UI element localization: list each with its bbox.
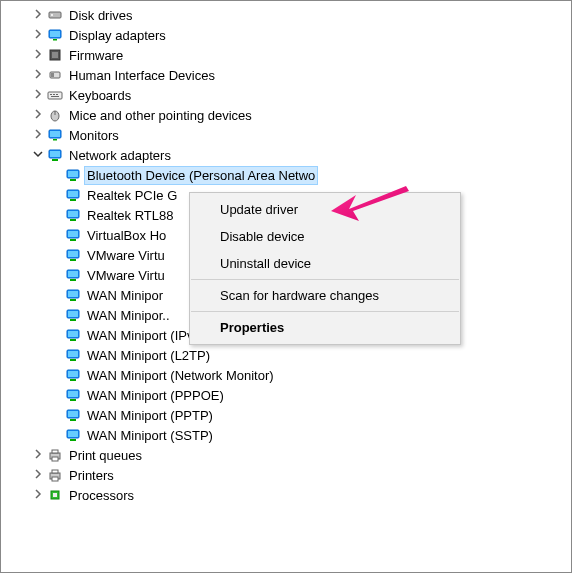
tree-label[interactable]: VMware Virtu: [85, 267, 167, 284]
menu-scan-hardware[interactable]: Scan for hardware changes: [190, 282, 460, 309]
tree-item-network-child[interactable]: WAN Miniport (Network Monitor): [11, 365, 571, 385]
svg-rect-21: [52, 159, 58, 161]
chevron-right-icon[interactable]: [31, 29, 45, 41]
monitor-icon: [47, 27, 63, 43]
chevron-right-icon[interactable]: [31, 69, 45, 81]
svg-rect-50: [68, 351, 78, 357]
disk-drive-icon: [47, 7, 63, 23]
chevron-right-icon[interactable]: [31, 49, 45, 61]
tree-label[interactable]: Display adapters: [67, 27, 168, 44]
tree-label[interactable]: Bluetooth Device (Personal Area Netwo: [85, 167, 317, 184]
tree-label[interactable]: Mice and other pointing devices: [67, 107, 254, 124]
svg-rect-66: [52, 457, 58, 461]
tree-label[interactable]: Network adapters: [67, 147, 173, 164]
chevron-right-icon[interactable]: [31, 9, 45, 21]
network-adapter-icon: [65, 167, 81, 183]
tree-item-network-child[interactable]: WAN Miniport (SSTP): [11, 425, 571, 445]
tree-item-network-child[interactable]: WAN Miniport (L2TP): [11, 345, 571, 365]
tree-label[interactable]: Keyboards: [67, 87, 133, 104]
tree-category-mice[interactable]: Mice and other pointing devices: [11, 105, 571, 125]
tree-label[interactable]: Processors: [67, 487, 136, 504]
tree-label[interactable]: WAN Miniport (PPPOE): [85, 387, 226, 404]
svg-rect-26: [68, 191, 78, 197]
svg-rect-4: [53, 39, 57, 41]
tree-label[interactable]: WAN Miniport (SSTP): [85, 427, 215, 444]
menu-update-driver[interactable]: Update driver: [190, 196, 460, 223]
svg-rect-59: [68, 411, 78, 417]
chevron-right-icon[interactable]: [31, 489, 45, 501]
network-adapter-icon: [65, 347, 81, 363]
tree-label[interactable]: Realtek PCIe G: [85, 187, 179, 204]
network-adapter-icon: [47, 147, 63, 163]
network-adapter-icon: [65, 207, 81, 223]
network-adapter-icon: [65, 287, 81, 303]
network-adapter-icon: [65, 387, 81, 403]
svg-rect-3: [50, 31, 60, 37]
chevron-right-icon[interactable]: [31, 109, 45, 121]
tree-category-monitors[interactable]: Monitors: [11, 125, 571, 145]
tree-item-network-child[interactable]: Bluetooth Device (Personal Area Netwo: [11, 165, 571, 185]
tree-label[interactable]: Monitors: [67, 127, 121, 144]
svg-point-1: [51, 14, 53, 16]
tree-category-disk-drives[interactable]: Disk drives: [11, 5, 571, 25]
tree-category-keyboards[interactable]: Keyboards: [11, 85, 571, 105]
svg-rect-8: [51, 73, 54, 77]
chevron-right-icon[interactable]: [31, 469, 45, 481]
tree-category-hid[interactable]: Human Interface Devices: [11, 65, 571, 85]
tree-label[interactable]: WAN Miniport (L2TP): [85, 347, 212, 364]
tree-label[interactable]: WAN Miniport (PPTP): [85, 407, 215, 424]
svg-rect-39: [70, 279, 76, 281]
svg-rect-51: [70, 359, 76, 361]
svg-rect-13: [51, 96, 59, 97]
tree-label[interactable]: Realtek RTL88: [85, 207, 175, 224]
hid-icon: [47, 67, 63, 83]
tree-label[interactable]: VirtualBox Ho: [85, 227, 168, 244]
svg-rect-32: [68, 231, 78, 237]
chevron-right-icon[interactable]: [31, 129, 45, 141]
svg-rect-48: [70, 339, 76, 341]
menu-uninstall-device[interactable]: Uninstall device: [190, 250, 460, 277]
tree-category-firmware[interactable]: Firmware: [11, 45, 571, 65]
menu-separator: [191, 279, 459, 280]
tree-category-network-adapters[interactable]: Network adapters: [11, 145, 571, 165]
tree-label[interactable]: Disk drives: [67, 7, 135, 24]
network-adapter-icon: [65, 247, 81, 263]
printer-icon: [47, 467, 63, 483]
tree-category-display-adapters[interactable]: Display adapters: [11, 25, 571, 45]
svg-rect-23: [68, 171, 78, 177]
svg-rect-57: [70, 399, 76, 401]
tree-label[interactable]: Print queues: [67, 447, 144, 464]
tree-label[interactable]: WAN Miniport (Network Monitor): [85, 367, 276, 384]
chevron-right-icon[interactable]: [31, 89, 45, 101]
context-menu: Update driver Disable device Uninstall d…: [189, 192, 461, 345]
svg-rect-30: [70, 219, 76, 221]
svg-rect-12: [56, 94, 58, 95]
tree-item-network-child[interactable]: WAN Miniport (PPTP): [11, 405, 571, 425]
menu-properties[interactable]: Properties: [190, 314, 460, 341]
tree-category-print-queues[interactable]: Print queues: [11, 445, 571, 465]
tree-category-processors[interactable]: Processors: [11, 485, 571, 505]
tree-category-printers[interactable]: Printers: [11, 465, 571, 485]
tree-item-network-child[interactable]: WAN Miniport (PPPOE): [11, 385, 571, 405]
svg-rect-24: [70, 179, 76, 181]
svg-rect-41: [68, 291, 78, 297]
tree-label[interactable]: WAN Minipor: [85, 287, 165, 304]
chevron-down-icon[interactable]: [31, 149, 45, 161]
tree-label[interactable]: Human Interface Devices: [67, 67, 217, 84]
svg-rect-68: [52, 470, 58, 473]
svg-rect-54: [70, 379, 76, 381]
network-adapter-icon: [65, 307, 81, 323]
svg-rect-33: [70, 239, 76, 241]
tree-label[interactable]: VMware Virtu: [85, 247, 167, 264]
svg-rect-69: [52, 477, 58, 481]
svg-rect-11: [53, 94, 55, 95]
menu-disable-device[interactable]: Disable device: [190, 223, 460, 250]
svg-rect-20: [50, 151, 60, 157]
svg-rect-63: [70, 439, 76, 441]
svg-rect-38: [68, 271, 78, 277]
tree-label[interactable]: WAN Minipor..: [85, 307, 172, 324]
svg-rect-53: [68, 371, 78, 377]
tree-label[interactable]: Firmware: [67, 47, 125, 64]
tree-label[interactable]: Printers: [67, 467, 116, 484]
chevron-right-icon[interactable]: [31, 449, 45, 461]
